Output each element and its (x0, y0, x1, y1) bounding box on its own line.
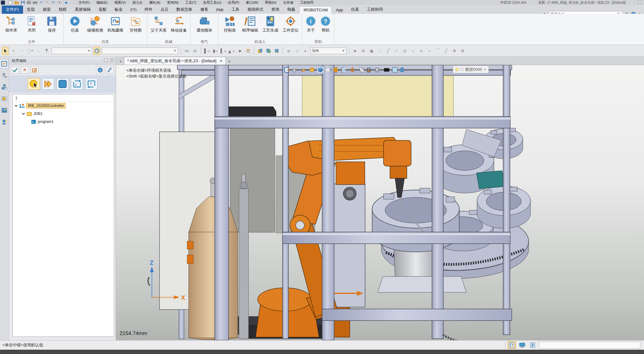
tab-weldment[interactable]: 焊件 (141, 6, 156, 14)
menu-file[interactable]: 文件(F) (75, 0, 93, 5)
menu-tools[interactable]: 工具(T) (182, 0, 200, 5)
section-icon[interactable]: ▼ (366, 66, 374, 74)
dock-tab-user[interactable] (0, 117, 9, 127)
scatter-points-icon[interactable]: ⁙ (376, 47, 383, 55)
restore-button[interactable] (638, 1, 642, 4)
layer-stack-icon[interactable] (245, 47, 252, 55)
tab-file[interactable]: 文件(F) (2, 6, 23, 14)
parent-child-button[interactable]: 父子关系 (149, 15, 168, 39)
program-edit-button[interactable]: 程序编辑 (241, 15, 260, 39)
tab-irobotcam[interactable]: IROBOTCAM (299, 6, 332, 14)
layer-freeze-icon[interactable] (460, 68, 464, 71)
sheet-icon[interactable] (358, 66, 365, 74)
dock-tab-assembly[interactable] (0, 71, 9, 80)
doc-refresh-icon[interactable] (273, 47, 280, 55)
dock-tab-network[interactable] (0, 82, 9, 92)
tree-item-program[interactable]: >_ program1 (13, 118, 114, 126)
tree-label-job[interactable]: JOB1 (33, 112, 43, 116)
snap-mid-icon[interactable]: ▮◃ (212, 47, 218, 55)
menu-attributes[interactable]: 属性(A) (146, 0, 164, 5)
plot-icon[interactable] (33, 1, 37, 5)
solid-cube-icon[interactable] (317, 66, 324, 74)
circle-center-icon[interactable]: ⊙ (401, 47, 408, 55)
tab-sheet-metal[interactable]: 钣金 (111, 6, 127, 14)
undo-icon[interactable]: ↶ (39, 1, 43, 5)
exit-env-icon[interactable] (283, 66, 291, 74)
open-folder-icon[interactable] (14, 1, 19, 5)
selection-dropdown[interactable]: ▼ (52, 48, 92, 54)
grab-icon[interactable]: ✥ (451, 47, 458, 55)
dock-tab-history[interactable] (0, 94, 9, 103)
close-button[interactable]: 关闭 (22, 15, 41, 39)
doc-import-icon[interactable] (265, 47, 272, 55)
cancel-button[interactable]: ✕ (21, 66, 29, 74)
circle-icon[interactable]: ○ (410, 47, 416, 55)
tab-repair[interactable]: 修复 (196, 6, 212, 14)
play-button[interactable] (42, 78, 54, 90)
mobile-device-button[interactable]: 移动设备 (169, 15, 188, 39)
snap-quad-icon[interactable]: ▖◃ (228, 47, 235, 55)
menu-edit[interactable]: 编辑(E) (93, 0, 111, 5)
select-cursor-icon[interactable] (2, 47, 9, 55)
sphere-icon[interactable]: ▼ (399, 66, 407, 74)
tab-point-cloud[interactable]: 点云 (156, 6, 172, 14)
play-circle-icon[interactable]: ◉ (368, 47, 375, 55)
document-close-icon[interactable]: ✕ (219, 59, 222, 63)
grab2-icon[interactable]: ✥ (459, 47, 466, 55)
menu-collab[interactable]: 工程协同 (297, 0, 317, 5)
spline-icon[interactable]: ∿ (418, 47, 425, 55)
curve-icon[interactable]: ∼ (426, 47, 433, 55)
save-button[interactable]: 保存 (42, 15, 61, 39)
add-icon[interactable]: ＋ (10, 47, 17, 55)
refresh-icon[interactable]: ⟳ (51, 1, 56, 5)
pen-button[interactable] (106, 66, 114, 74)
pick-cursor-icon[interactable]: ➤ (237, 47, 243, 55)
loop-forward-button[interactable]: >_ (71, 78, 83, 90)
qat-collapse-icon[interactable]: ◀ (64, 1, 68, 5)
document-tab[interactable]: * ABB_焊接_变位机_命令完成一优化.Z3 - [Default] ✕ (124, 57, 226, 65)
info-button[interactable]: i (96, 66, 104, 74)
redo-icon[interactable]: ↷ (45, 1, 49, 5)
line-icon[interactable]: ╱ (385, 47, 391, 55)
tab-direct-edit[interactable]: 直接编辑 (71, 6, 95, 14)
new-doc-icon[interactable] (8, 1, 13, 5)
filter-cup-icon[interactable]: ▼ (375, 66, 382, 74)
lasso-select-icon[interactable]: ◌ (35, 47, 42, 55)
tab-surface[interactable]: 曲面 (39, 6, 55, 14)
select-hand-icon[interactable]: ▼ (292, 66, 299, 74)
tree-label-program[interactable]: program1 (38, 120, 53, 124)
ring-view-icon[interactable]: ▼ (341, 66, 349, 74)
process-generate-button[interactable]: 工艺生成 (261, 15, 280, 39)
segment-icon[interactable]: ╱ (443, 47, 449, 55)
3d-canvas[interactable]: Z X <单击右键>环境相关选项. <Shift +鼠标右键>显示选择过滤器. … (116, 65, 644, 340)
component-library-button[interactable]: 组件库 (2, 15, 21, 39)
dock-tab-render[interactable] (0, 106, 9, 115)
tab-pmi[interactable]: PMI (212, 6, 227, 14)
remove-icon[interactable]: － (18, 47, 25, 55)
menu-insert[interactable]: 插入(I) (129, 0, 145, 5)
pick-icon[interactable]: ➤ (352, 47, 358, 55)
tab-simulation[interactable]: 仿真 (347, 6, 363, 14)
point-gear-icon[interactable]: ❉ (360, 47, 367, 55)
black-swatch-icon[interactable] (383, 66, 390, 74)
tab-visual-style[interactable]: 视觉样式 (243, 6, 267, 14)
menu-cloud[interactable]: 云存储 (280, 0, 297, 5)
panel-dock-icon[interactable]: ▫ (104, 58, 108, 62)
polyline-icon[interactable]: ⟋ (393, 47, 400, 55)
layer-control[interactable]: 图层0000 ▼ (453, 66, 489, 73)
print-icon[interactable] (27, 1, 31, 5)
tab-shape[interactable]: 造型 (23, 6, 39, 14)
fan-view-icon[interactable]: ▼ (333, 66, 341, 74)
filter-icon[interactable] (43, 47, 50, 55)
monitor-icon[interactable] (518, 341, 526, 349)
menu-view[interactable]: 视图(V) (111, 0, 129, 5)
doc-info-icon[interactable] (529, 341, 537, 349)
about-button[interactable]: i 关于 (304, 15, 318, 39)
chevron-down-icon[interactable] (15, 104, 18, 107)
menu-utilities[interactable]: 实用工具(U) (200, 0, 225, 5)
tab-fti[interactable]: FTI (127, 6, 141, 14)
marquee-select-icon[interactable]: ⬚▼ (27, 47, 33, 55)
loop-back-button[interactable]: >_ (85, 78, 98, 90)
run-step-button[interactable] (28, 78, 40, 90)
dock-tab-program-edit[interactable] (0, 59, 9, 68)
